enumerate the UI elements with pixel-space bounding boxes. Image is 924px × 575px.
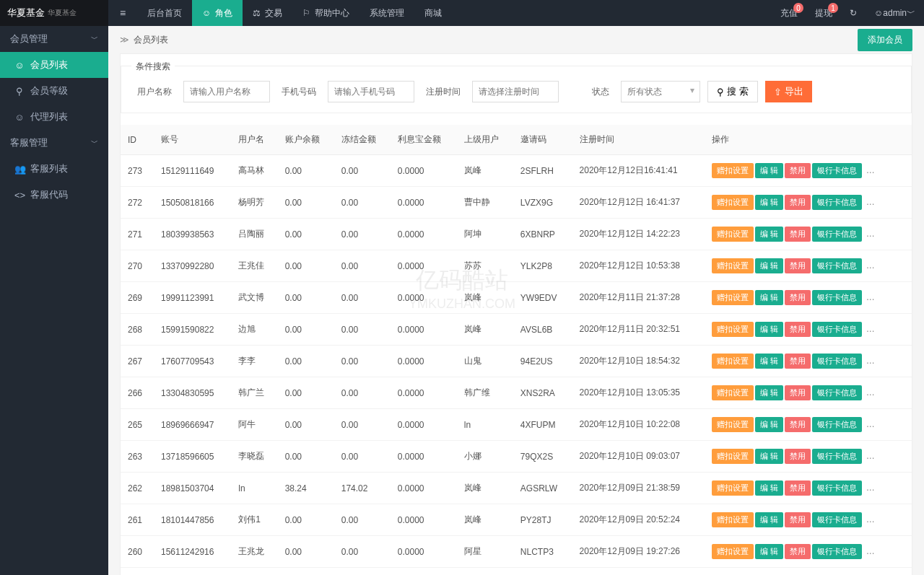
action-disable-button[interactable]: 禁用 [785, 480, 811, 496]
action-edit-button[interactable]: 编 辑 [755, 227, 783, 242]
regtime-input[interactable] [472, 81, 559, 102]
more-actions-button[interactable]: … [863, 229, 878, 239]
cell-actions: 赠扣设置编 辑禁用银行卡信息… [705, 409, 912, 441]
action-disable-button[interactable]: 禁用 [785, 163, 811, 178]
action-disable-button[interactable]: 禁用 [785, 195, 811, 210]
nav-label: 交易 [265, 7, 282, 19]
action-bankcard-button[interactable]: 银行卡信息 [812, 322, 862, 337]
topbar-refresh[interactable]: ↻ [841, 0, 866, 26]
cell-reg: 2020年12月12日 16:41:37 [572, 187, 705, 219]
sidebar-item-agent-list[interactable]: ☺ 代理列表 [0, 104, 108, 130]
more-actions-button[interactable]: … [863, 387, 878, 398]
more-actions-button[interactable]: … [863, 451, 878, 461]
col-header: 邀请码 [513, 125, 572, 155]
menu-toggle-button[interactable]: ≡ [108, 7, 137, 19]
action-bankcard-button[interactable]: 银行卡信息 [812, 449, 862, 464]
action-reward-button[interactable]: 赠扣设置 [712, 227, 754, 242]
action-disable-button[interactable]: 禁用 [785, 417, 811, 432]
more-actions-button[interactable]: … [863, 419, 878, 429]
action-edit-button[interactable]: 编 辑 [755, 385, 783, 400]
cell-actions: 赠扣设置编 辑禁用银行卡信息… [705, 377, 912, 409]
nav-role[interactable]: ☺角色 [192, 0, 243, 26]
action-edit-button[interactable]: 编 辑 [755, 512, 783, 527]
more-actions-button[interactable]: … [863, 324, 878, 334]
action-bankcard-button[interactable]: 银行卡信息 [812, 195, 862, 210]
action-reward-button[interactable]: 赠扣设置 [712, 417, 754, 432]
nav-help[interactable]: ⚐帮助中心 [292, 0, 359, 26]
more-actions-button[interactable]: … [863, 514, 878, 524]
action-disable-button[interactable]: 禁用 [785, 544, 811, 559]
action-bankcard-button[interactable]: 银行卡信息 [812, 480, 862, 496]
more-actions-button[interactable]: … [863, 483, 878, 493]
action-reward-button[interactable]: 赠扣设置 [712, 258, 754, 273]
export-button[interactable]: ⇧导出 [765, 81, 812, 102]
action-disable-button[interactable]: 禁用 [785, 385, 811, 400]
sidebar-item-member-list[interactable]: ☺ 会员列表 [0, 52, 108, 78]
action-reward-button[interactable]: 赠扣设置 [712, 354, 754, 369]
status-select[interactable] [621, 81, 700, 102]
nav-home[interactable]: 后台首页 [137, 0, 192, 26]
sidebar-item-service-list[interactable]: 👥 客服列表 [0, 156, 108, 182]
action-bankcard-button[interactable]: 银行卡信息 [812, 544, 862, 559]
action-reward-button[interactable]: 赠扣设置 [712, 195, 754, 210]
action-disable-button[interactable]: 禁用 [785, 290, 811, 305]
action-edit-button[interactable]: 编 辑 [755, 195, 783, 210]
nav-mall[interactable]: 商城 [414, 0, 452, 26]
action-reward-button[interactable]: 赠扣设置 [712, 163, 754, 178]
action-reward-button[interactable]: 赠扣设置 [712, 449, 754, 464]
more-actions-button[interactable]: … [863, 292, 878, 302]
action-bankcard-button[interactable]: 银行卡信息 [812, 290, 862, 305]
action-bankcard-button[interactable]: 银行卡信息 [812, 227, 862, 242]
action-disable-button[interactable]: 禁用 [785, 449, 811, 464]
action-bankcard-button[interactable]: 银行卡信息 [812, 512, 862, 527]
action-disable-button[interactable]: 禁用 [785, 354, 811, 369]
search-button[interactable]: ⚲搜 索 [707, 81, 758, 102]
action-reward-button[interactable]: 赠扣设置 [712, 512, 754, 527]
more-actions-button[interactable]: … [863, 546, 878, 556]
topbar-recharge[interactable]: 充值 0 [772, 0, 806, 26]
action-edit-button[interactable]: 编 辑 [755, 449, 783, 464]
action-reward-button[interactable]: 赠扣设置 [712, 544, 754, 559]
add-member-button[interactable]: 添加会员 [858, 29, 912, 51]
action-bankcard-button[interactable]: 银行卡信息 [812, 385, 862, 400]
action-disable-button[interactable]: 禁用 [785, 227, 811, 242]
action-edit-button[interactable]: 编 辑 [755, 258, 783, 273]
action-disable-button[interactable]: 禁用 [785, 322, 811, 337]
cell-actions: 赠扣设置编 辑禁用银行卡信息… [705, 250, 912, 282]
action-edit-button[interactable]: 编 辑 [755, 544, 783, 559]
sidebar-item-member-level[interactable]: ⚲ 会员等级 [0, 78, 108, 104]
action-disable-button[interactable]: 禁用 [785, 258, 811, 273]
more-actions-button[interactable]: … [863, 260, 878, 271]
nav-trade[interactable]: ⚖交易 [243, 0, 292, 26]
action-edit-button[interactable]: 编 辑 [755, 417, 783, 432]
action-reward-button[interactable]: 赠扣设置 [712, 290, 754, 305]
action-bankcard-button[interactable]: 银行卡信息 [812, 163, 862, 178]
action-edit-button[interactable]: 编 辑 [755, 163, 783, 178]
cell-code: X4B5E9 [513, 568, 572, 576]
breadcrumb: ≫ 会员列表 添加会员 [108, 26, 924, 53]
more-actions-button[interactable]: … [863, 197, 878, 207]
action-edit-button[interactable]: 编 辑 [755, 354, 783, 369]
action-bankcard-button[interactable]: 银行卡信息 [812, 417, 862, 432]
phone-input[interactable] [328, 81, 414, 102]
action-edit-button[interactable]: 编 辑 [755, 290, 783, 305]
user-icon: ☺ [202, 8, 211, 18]
topbar-user-menu[interactable]: ☺ admin ﹀ [866, 0, 924, 26]
topbar-withdraw[interactable]: 提现 1 [806, 0, 841, 26]
action-bankcard-button[interactable]: 银行卡信息 [812, 354, 862, 369]
action-reward-button[interactable]: 赠扣设置 [712, 480, 754, 496]
username-input[interactable] [183, 81, 270, 102]
sidebar-group-service[interactable]: 客服管理 ﹀ [0, 130, 108, 156]
more-actions-button[interactable]: … [863, 356, 878, 366]
action-bankcard-button[interactable]: 银行卡信息 [812, 258, 862, 273]
more-actions-button[interactable]: … [863, 165, 878, 175]
action-reward-button[interactable]: 赠扣设置 [712, 385, 754, 400]
action-edit-button[interactable]: 编 辑 [755, 322, 783, 337]
action-reward-button[interactable]: 赠扣设置 [712, 322, 754, 337]
sidebar-item-service-code[interactable]: <> 客服代码 [0, 182, 108, 208]
sidebar-group-member[interactable]: 会员管理 ﹀ [0, 26, 108, 52]
action-edit-button[interactable]: 编 辑 [755, 480, 783, 496]
cell-name: 杨明芳 [231, 187, 277, 219]
nav-system[interactable]: 系统管理 [359, 0, 414, 26]
action-disable-button[interactable]: 禁用 [785, 512, 811, 527]
